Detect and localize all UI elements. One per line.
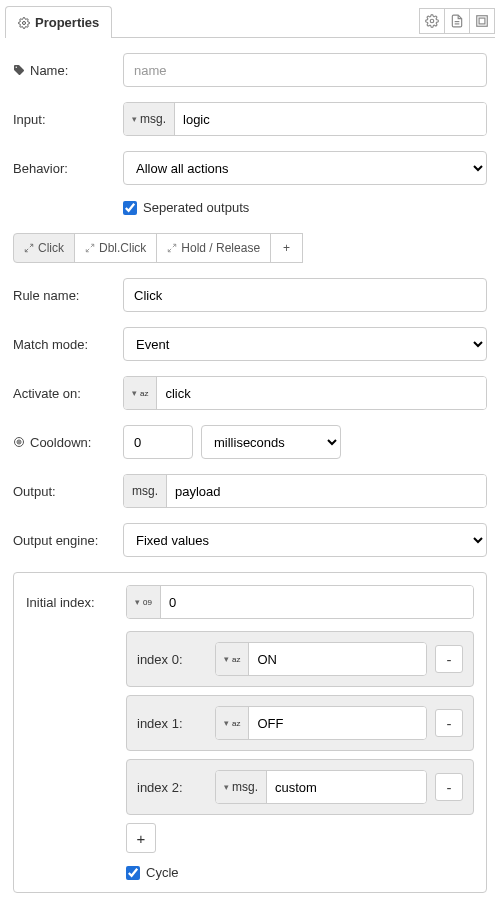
match-mode-label: Match mode: [13,337,123,352]
add-index-button[interactable]: + [126,823,156,853]
layout-button[interactable] [469,8,495,34]
index-item: index 0:▾az- [126,631,474,687]
separated-outputs-checkbox[interactable] [123,201,137,215]
caret-down-icon: ▾ [224,654,229,664]
string-type-icon: az [232,719,240,728]
gear-icon [18,17,30,29]
caret-down-icon: ▾ [224,718,229,728]
svg-rect-5 [479,18,485,24]
rule-name-label: Rule name: [13,288,123,303]
caret-down-icon: ▾ [132,114,137,124]
mode-tabs: Click Dbl.Click Hold / Release + [13,233,487,263]
svg-line-6 [30,244,33,247]
remove-index-button[interactable]: - [435,645,463,673]
remove-index-button[interactable]: - [435,709,463,737]
output-engine-select[interactable]: Fixed values [123,523,487,557]
index-item-label: index 0: [137,652,207,667]
input-label: Input: [13,112,123,127]
index-item: index 1:▾az- [126,695,474,751]
cycle-label: Cycle [146,865,179,880]
svg-line-9 [86,249,89,252]
input-value[interactable] [175,103,486,135]
expand-icon [167,243,177,253]
index-type-selector[interactable]: ▾az [216,643,249,675]
index-value-input[interactable] [267,771,427,803]
index-type-selector[interactable]: ▾az [216,707,249,739]
svg-line-8 [91,244,94,247]
index-type-selector[interactable]: ▾msg. [216,771,267,803]
index-item: index 2:▾msg.- [126,759,474,815]
mode-tab-dblclick[interactable]: Dbl.Click [74,233,157,263]
activate-on-type-selector[interactable]: ▾ az [124,377,157,409]
name-input[interactable] [123,53,487,87]
behavior-select[interactable]: Allow all actions [123,151,487,185]
name-label: Name: [13,63,123,78]
caret-down-icon: ▾ [224,782,229,792]
mode-tab-hold[interactable]: Hold / Release [156,233,271,263]
initial-index-value[interactable] [161,586,473,618]
target-icon [13,436,25,448]
output-type-prefix: msg. [124,475,167,507]
cycle-checkbox[interactable] [126,866,140,880]
svg-rect-4 [477,16,488,27]
cooldown-label: Cooldown: [13,435,123,450]
remove-index-button[interactable]: - [435,773,463,801]
svg-point-0 [23,21,26,24]
index-item-label: index 2: [137,780,207,795]
string-type-icon: az [140,389,148,398]
mode-tab-click[interactable]: Click [13,233,75,263]
separated-outputs-label: Seperated outputs [143,200,249,215]
svg-point-14 [19,442,20,443]
tag-icon [13,64,25,76]
index-item-label: index 1: [137,716,207,731]
activate-on-label: Activate on: [13,386,123,401]
caret-down-icon: ▾ [132,388,137,398]
string-type-icon: az [232,655,240,664]
index-value-input[interactable] [249,643,427,675]
number-type-icon: 09 [143,598,152,607]
expand-icon [85,243,95,253]
match-mode-select[interactable]: Event [123,327,487,361]
index-value-input[interactable] [249,707,427,739]
rule-name-input[interactable] [123,278,487,312]
settings-button[interactable] [419,8,445,34]
doc-button[interactable] [444,8,470,34]
caret-down-icon: ▾ [135,597,140,607]
svg-point-1 [430,19,434,23]
svg-line-7 [25,249,28,252]
behavior-label: Behavior: [13,161,123,176]
initial-index-type-selector[interactable]: ▾ 09 [127,586,161,618]
svg-line-11 [169,249,172,252]
output-label: Output: [13,484,123,499]
cooldown-value[interactable] [123,425,193,459]
mode-tab-add[interactable]: + [270,233,303,263]
svg-line-10 [173,244,176,247]
initial-index-label: Initial index: [26,595,126,610]
input-type-selector[interactable]: ▾ msg. [124,103,175,135]
output-engine-label: Output engine: [13,533,123,548]
cooldown-unit-select[interactable]: milliseconds [201,425,341,459]
tab-properties-label: Properties [35,15,99,30]
output-value[interactable] [167,475,486,507]
expand-icon [24,243,34,253]
activate-on-value[interactable] [157,377,486,409]
tab-properties[interactable]: Properties [5,6,112,38]
